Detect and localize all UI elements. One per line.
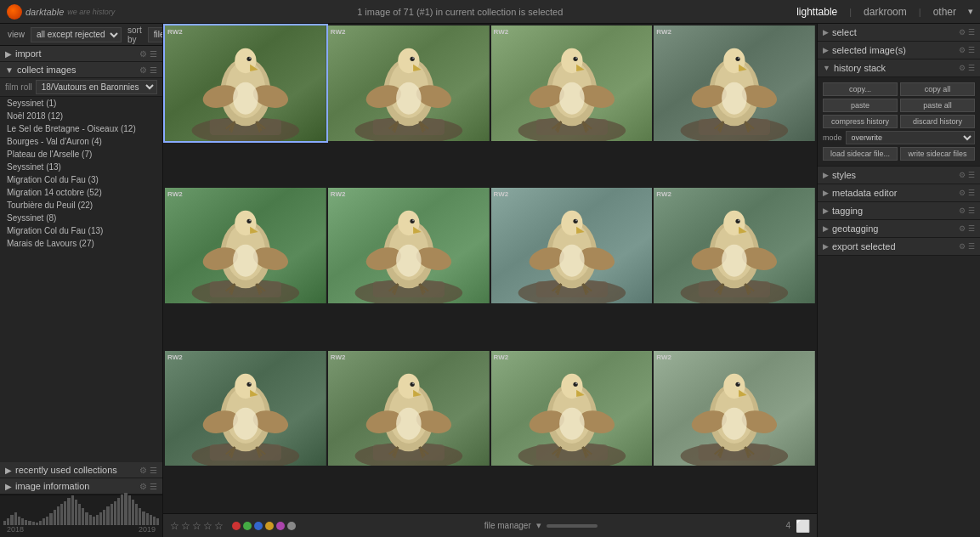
timeline-labels: 2018 2019 [3,525,159,534]
svg-point-155 [233,407,258,439]
main-layout: view all except rejected sort by filenam… [0,24,980,537]
film-roll-select[interactable]: 18/Vautours en Baronnies [36,80,157,94]
star-5[interactable]: ☆ [214,520,224,532]
grid-item[interactable]: RW2 [491,188,653,303]
geotagging-section-header[interactable]: ▶ geotagging ⚙ ☰ [818,220,980,238]
format-badge: RW2 [494,353,509,361]
color-green[interactable] [243,522,252,530]
compress-history-button[interactable]: compress history [823,115,898,128]
tagging-icons: ⚙ ☰ [959,206,975,215]
collection-item[interactable]: Migration Col du Fau (3) [0,173,162,186]
star-1[interactable]: ☆ [170,520,179,532]
star-2[interactable]: ☆ [181,520,190,532]
timeline-bar [146,513,149,525]
collection-item[interactable]: Tourbière du Peuil (22) [0,199,162,212]
collection-item[interactable]: Migration Col du Fau (13) [0,224,162,237]
collect-section-header[interactable]: ▼ collect images ⚙ ☰ [0,62,162,78]
svg-point-117 [573,219,577,223]
grid-item[interactable]: RW2 [328,351,490,466]
color-blue[interactable] [254,522,263,530]
timeline-bar [153,517,156,525]
copy-all-button[interactable]: copy all [900,82,975,96]
grid-item[interactable]: RW2 [654,188,815,303]
metadata-section-header[interactable]: ▶ metadata editor ⚙ ☰ [818,184,980,202]
nav-lighttable[interactable]: lighttable [791,4,842,20]
color-yellow[interactable] [265,522,274,530]
sort-label: sort by [125,25,144,45]
timeline-bar [96,515,99,525]
select-section-header[interactable]: ▶ select ⚙ ☰ [818,24,980,42]
collection-item[interactable]: Plateau de l'Arselle (7) [0,148,162,161]
paste-button[interactable]: paste [823,99,898,112]
styles-section-header[interactable]: ▶ styles ⚙ ☰ [818,167,980,184]
timeline-bar [85,512,88,525]
timeline-bar [142,512,144,525]
recently-used-icons: ⚙ ☰ [139,466,157,475]
copy-button[interactable]: copy... [823,82,898,96]
load-sidecar-button[interactable]: load sidecar file... [823,147,898,161]
toolbar-view[interactable]: view [5,29,27,40]
svg-point-28 [412,57,414,59]
status-text: 1 image of 71 (#1) in current collection… [357,7,563,17]
app-logo: darktable we are history [7,4,115,20]
grid-item[interactable]: RW2 [165,25,326,141]
color-purple[interactable] [276,522,285,530]
collection-item[interactable]: Le Sel de Bretagne - Oiseaux (12) [0,122,162,135]
file-manager-label: file manager [484,521,531,530]
nav-dropdown-arrow[interactable]: ▾ [968,6,973,17]
tagging-section-header[interactable]: ▶ tagging ⚙ ☰ [818,202,980,220]
paste-all-button[interactable]: paste all [900,99,975,112]
monitor-icon[interactable]: ⬜ [796,519,810,533]
image-info-arrow: ▶ [5,482,12,491]
image-info-icons: ⚙ ☰ [139,482,157,491]
grid-item[interactable]: RW2 [491,25,653,141]
grid-item[interactable]: RW2 [491,351,653,466]
zoom-slider[interactable] [547,524,598,528]
write-sidecar-button[interactable]: write sidecar files [900,147,975,161]
timeline-bar [71,495,74,525]
collection-item[interactable]: Seyssinet (1) [0,97,162,110]
star-4[interactable]: ☆ [203,520,212,532]
grid-item[interactable]: RW2 [654,351,815,466]
grid-item[interactable]: RW2 [328,25,490,141]
timeline-bar [106,506,109,525]
geotagging-arrow: ▶ [823,224,829,233]
color-red[interactable] [232,522,241,530]
filter-select[interactable]: all except rejected [31,27,122,42]
mode-select[interactable]: overwrite [846,131,975,144]
timeline-bar [60,504,63,525]
svg-point-10 [249,57,251,59]
grid-item[interactable]: RW2 [165,351,326,466]
grid-item[interactable]: RW2 [328,188,490,303]
collection-item[interactable]: Marais de Lavours (27) [0,237,162,250]
import-section-header[interactable]: ▶ import ⚙ ☰ [0,46,162,62]
timeline-bar [21,518,24,525]
nav-other[interactable]: other [928,4,961,20]
collection-item[interactable]: Migration 14 octobre (52) [0,186,162,199]
export-section-header[interactable]: ▶ export selected ⚙ ☰ [818,238,980,256]
color-gray[interactable] [287,522,296,530]
format-badge: RW2 [494,190,509,198]
timeline-bar [93,517,95,525]
import-icons: ⚙ ☰ [139,49,157,59]
collection-item[interactable]: Bourges - Val d'Auron (4) [0,135,162,148]
grid-item[interactable]: RW2 [165,188,326,303]
image-grid: RW2 [163,24,817,513]
discard-history-button[interactable]: discard history [900,115,975,128]
selected-images-section-header[interactable]: ▶ selected image(s) ⚙ ☰ [818,42,980,59]
star-3[interactable]: ☆ [192,520,201,532]
history-stack-section-header[interactable]: ▼ history stack ⚙ ☰ [818,59,980,77]
grid-item[interactable]: RW2 [654,25,815,141]
svg-point-64 [738,57,739,59]
timeline-bar [110,504,113,525]
svg-point-207 [736,382,740,386]
svg-point-100 [412,220,414,222]
collection-item[interactable]: Seyssinet (8) [0,212,162,224]
file-manager-dropdown[interactable]: ▾ [536,520,541,531]
sort-select[interactable]: filename [148,27,163,42]
styles-title: styles [832,170,959,180]
nav-darkroom[interactable]: darkroom [858,4,912,20]
recently-used-section-header[interactable]: ▶ recently used collections ⚙ ☰ [0,462,162,478]
collection-item[interactable]: Noël 2018 (12) [0,110,162,122]
collection-item[interactable]: Seyssinet (13) [0,161,162,173]
